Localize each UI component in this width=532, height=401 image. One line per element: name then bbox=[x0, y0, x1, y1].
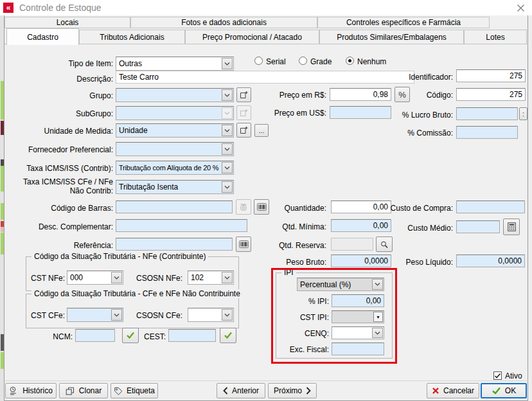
tab-locais[interactable]: Locais bbox=[4, 17, 130, 28]
tab-label: Preço Promocional / Atacado bbox=[202, 33, 302, 42]
tab-controles-farmacia[interactable]: Controles específicos e Farmácia bbox=[317, 17, 490, 28]
peso-bruto-input[interactable]: 0,0000 bbox=[331, 254, 391, 267]
chevron-down-icon[interactable] bbox=[372, 279, 383, 290]
cest-validate-button[interactable] bbox=[220, 328, 236, 343]
chevron-down-icon[interactable] bbox=[222, 143, 233, 155]
strip-segment bbox=[1, 334, 4, 351]
cst-ipi-label: CST IPI: bbox=[290, 313, 329, 322]
historico-button[interactable]: Histórico bbox=[5, 383, 57, 398]
subgrupo-label: SubGrupo: bbox=[62, 109, 113, 118]
cst-nfe-select[interactable]: 000 bbox=[67, 271, 123, 285]
preco-rs-input[interactable]: 0,98 bbox=[330, 88, 391, 101]
desc-compl-input[interactable] bbox=[116, 219, 247, 232]
descricao-input[interactable]: Teste Carro bbox=[116, 71, 414, 84]
app-icon-glyph: « bbox=[6, 4, 11, 12]
ok-button[interactable]: OK bbox=[481, 383, 527, 398]
chevron-down-icon[interactable] bbox=[222, 181, 233, 193]
chevron-down-icon[interactable] bbox=[222, 309, 233, 321]
cst-cfe-select[interactable] bbox=[67, 308, 123, 322]
folder-plus-icon bbox=[240, 91, 248, 99]
subgrupo-select[interactable] bbox=[116, 106, 234, 120]
tab-cadastro[interactable]: Cadastro bbox=[6, 28, 79, 45]
taxa-icms-cfe-select[interactable]: Tributação Isenta bbox=[116, 180, 234, 194]
tipo-item-select[interactable]: Outras bbox=[116, 57, 234, 71]
qtd-minima-input[interactable]: 0,00 bbox=[331, 219, 391, 232]
unidade-more-button[interactable]: ... bbox=[254, 124, 269, 137]
codigo-value: 275 bbox=[510, 90, 522, 99]
cod-barras-input[interactable] bbox=[116, 201, 233, 213]
csosn-cfe-select[interactable] bbox=[188, 308, 234, 322]
ncm-label: NCM: bbox=[48, 332, 73, 341]
chevron-down-icon[interactable] bbox=[222, 125, 233, 136]
etiqueta-button[interactable]: Etiqueta bbox=[111, 383, 158, 398]
ipi-pct-label: % IPI: bbox=[297, 297, 329, 306]
chevron-down-icon[interactable] bbox=[222, 58, 233, 69]
button-label: Anterior bbox=[232, 386, 259, 395]
identificador-input[interactable]: 275 bbox=[456, 69, 526, 82]
percent-calc-button[interactable]: % bbox=[395, 87, 410, 102]
tab-fotos-dados[interactable]: Fotos e dados adicionais bbox=[130, 17, 317, 28]
tab-divider bbox=[4, 44, 528, 44]
chevron-down-icon[interactable] bbox=[222, 162, 233, 174]
cenq-select[interactable] bbox=[332, 326, 384, 339]
descricao-value: Teste Carro bbox=[119, 73, 159, 82]
ncm-input[interactable] bbox=[75, 329, 115, 342]
cancelar-button[interactable]: Cancelar bbox=[427, 383, 479, 398]
lucro-bruto-input[interactable] bbox=[456, 107, 518, 120]
custo-medio-input[interactable] bbox=[456, 220, 500, 233]
check-icon bbox=[494, 373, 501, 379]
dropdown-arrow-icon[interactable]: ▼ bbox=[373, 312, 383, 322]
add-grupo-button[interactable] bbox=[236, 87, 251, 102]
anterior-button[interactable]: Anterior bbox=[217, 383, 265, 398]
close-icon[interactable] bbox=[516, 3, 526, 13]
add-unidade-button[interactable] bbox=[236, 123, 251, 138]
cst-ipi-select[interactable]: ▼ bbox=[332, 310, 384, 323]
ipi-mode-select[interactable]: Percentual (%) bbox=[297, 278, 384, 291]
proximo-button[interactable]: Próximo bbox=[268, 383, 317, 398]
referencia-input[interactable] bbox=[116, 238, 233, 251]
chevron-down-icon[interactable] bbox=[111, 309, 122, 321]
taxa-icms-select[interactable]: Tributação com Alíquota de 20 % bbox=[116, 161, 234, 175]
barcode-button[interactable] bbox=[254, 199, 269, 215]
custo-compra-input[interactable] bbox=[456, 201, 525, 213]
exc-fiscal-input[interactable] bbox=[332, 343, 384, 355]
comissao-input[interactable] bbox=[456, 126, 518, 139]
ativo-checkbox[interactable] bbox=[493, 371, 502, 380]
ellipsis-icon: ... bbox=[258, 129, 264, 132]
lucro-bruto-more-button[interactable]: : bbox=[519, 107, 528, 120]
chevron-down-icon[interactable] bbox=[222, 89, 233, 101]
radio-serial[interactable] bbox=[254, 57, 263, 65]
tab-preco-promocional[interactable]: Preço Promocional / Atacado bbox=[185, 30, 319, 44]
radio-grade[interactable] bbox=[299, 57, 307, 65]
ncm-validate-button[interactable] bbox=[122, 328, 139, 343]
folder-plus-icon bbox=[240, 109, 248, 117]
codigo-input[interactable]: 275 bbox=[456, 88, 526, 101]
cst-nfe-value: 000 bbox=[70, 273, 83, 282]
chevron-down-icon[interactable] bbox=[222, 272, 233, 283]
ipi-pct-value: 0,00 bbox=[366, 296, 381, 305]
cest-input[interactable] bbox=[168, 329, 216, 342]
tab-label: Cadastro bbox=[27, 33, 58, 42]
chevron-down-icon[interactable] bbox=[372, 328, 383, 338]
unidade-select[interactable]: Unidade bbox=[116, 123, 234, 138]
chevron-down-icon[interactable] bbox=[111, 272, 122, 283]
button-label: OK bbox=[505, 386, 516, 395]
grupo-select[interactable] bbox=[116, 88, 234, 102]
radio-nenhum[interactable] bbox=[346, 57, 354, 65]
tab-produtos-similares[interactable]: Produtos Similares/Embalagens bbox=[319, 30, 464, 44]
peso-liquido-input[interactable]: 0,0000 bbox=[456, 254, 525, 267]
clonar-button[interactable]: Clonar bbox=[59, 383, 108, 398]
tab-lotes[interactable]: Lotes bbox=[464, 30, 527, 44]
ipi-pct-input[interactable]: 0,00 bbox=[332, 294, 384, 307]
preco-uss-input[interactable] bbox=[330, 106, 391, 119]
referencia-barcode-button[interactable] bbox=[236, 236, 251, 252]
calculator-button[interactable] bbox=[503, 218, 520, 235]
fornecedor-select[interactable] bbox=[116, 142, 234, 156]
reserva-search-button[interactable] bbox=[376, 236, 393, 252]
codigo-label: Código: bbox=[414, 91, 453, 100]
tipo-item-label: Tipo de Item: bbox=[49, 59, 113, 68]
identificador-value: 275 bbox=[510, 71, 522, 80]
cenq-label: CENQ: bbox=[297, 329, 329, 338]
tab-tributos-adicionais[interactable]: Tributos Adicionais bbox=[79, 30, 185, 44]
csosn-nfe-select[interactable]: 102 bbox=[188, 271, 234, 285]
